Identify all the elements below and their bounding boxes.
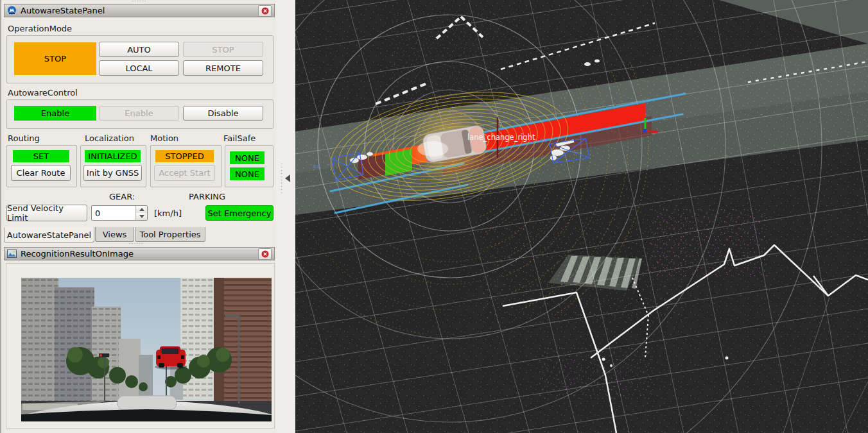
routing-state-badge: SET <box>13 150 69 162</box>
motion-state-badge: STOPPED <box>155 150 214 162</box>
stop-button[interactable]: STOP <box>183 42 263 57</box>
clear-route-button[interactable]: Clear Route <box>11 165 71 181</box>
control-current-button[interactable]: Enable <box>14 106 96 121</box>
detected-red-car <box>155 346 187 369</box>
collapse-arrow-icon[interactable] <box>285 174 290 182</box>
enable-button[interactable]: Enable <box>99 106 179 121</box>
close-button[interactable] <box>258 248 272 260</box>
dock-splitter[interactable]: ·········· <box>276 0 295 433</box>
velocity-spinbox[interactable] <box>91 205 148 221</box>
behavior-annotation-label: lane_change_right <box>467 133 535 142</box>
localization-state-badge: INITIALIZED <box>85 150 141 162</box>
gear-label: GEAR: <box>109 192 135 201</box>
velocity-unit-label: [km/h] <box>154 208 182 218</box>
operation-mode-current-button[interactable]: STOP <box>14 42 96 75</box>
motion-label: Motion <box>150 133 178 143</box>
ego-vehicle <box>410 105 489 185</box>
spin-down-icon <box>139 215 144 218</box>
tab-autoware-state-panel[interactable]: AutowareStatePanel <box>4 227 94 242</box>
autoware-logo-icon <box>7 6 17 15</box>
auto-button[interactable]: AUTO <box>99 42 179 57</box>
failsafe-label: FailSafe <box>223 133 256 143</box>
send-velocity-limit-button[interactable]: Send Velocity Limit <box>6 205 87 221</box>
splitter-handle[interactable]: ·········· <box>281 162 282 194</box>
velocity-input[interactable] <box>92 206 135 220</box>
accept-start-button[interactable]: Accept Start <box>154 165 215 181</box>
autoware-state-panel-titlebar[interactable]: AutowareStatePanel <box>4 4 275 17</box>
set-emergency-button[interactable]: Set Emergency <box>205 205 273 221</box>
disable-button[interactable]: Disable <box>183 106 263 121</box>
operation-mode-label: OperationMode <box>8 24 72 33</box>
close-icon <box>261 250 269 258</box>
dock-drag-handle[interactable]: ······ <box>1 1 277 3</box>
tab-views[interactable]: Views <box>95 227 134 242</box>
rviz-3d-viewport[interactable]: 0.0 0.0 lane_change_right <box>295 0 868 433</box>
panel-title: RecognitionResultOnImage <box>21 249 258 259</box>
autoware-control-label: AutowareControl <box>8 88 78 98</box>
spin-up-icon <box>139 208 144 211</box>
init-by-gnss-button[interactable]: Init by GNSS <box>83 165 142 181</box>
dock-drag-handle-2[interactable]: ······ <box>117 243 155 246</box>
left-dock-column: ······ AutowareStatePanel OperationMode … <box>0 0 277 433</box>
local-button[interactable]: LOCAL <box>99 60 179 76</box>
failsafe-state-badge-2: NONE <box>230 167 265 180</box>
gear-value: PARKING <box>189 192 225 201</box>
spin-up-button[interactable] <box>136 206 147 213</box>
localization-label: Localization <box>85 133 134 143</box>
routing-label: Routing <box>8 133 40 143</box>
object-velocity-label-left: 0.0 <box>313 164 320 169</box>
recognition-panel-titlebar[interactable]: RecognitionResultOnImage <box>4 247 275 260</box>
close-button[interactable] <box>258 5 272 17</box>
tab-tool-properties[interactable]: Tool Properties <box>135 227 205 242</box>
camera-image <box>21 278 272 421</box>
remote-button[interactable]: REMOTE <box>183 60 263 76</box>
close-icon <box>261 7 269 15</box>
spin-down-button[interactable] <box>136 213 147 220</box>
pointcloud-magenta-patch-2 <box>539 346 655 401</box>
image-icon <box>7 250 17 258</box>
panel-title: AutowareStatePanel <box>21 6 258 15</box>
rviz-3d-scene[interactable]: 0.0 0.0 lane_change_right <box>295 0 868 433</box>
failsafe-state-badge-1: NONE <box>230 151 265 164</box>
object-velocity-label-right: 0.0 <box>541 138 547 143</box>
